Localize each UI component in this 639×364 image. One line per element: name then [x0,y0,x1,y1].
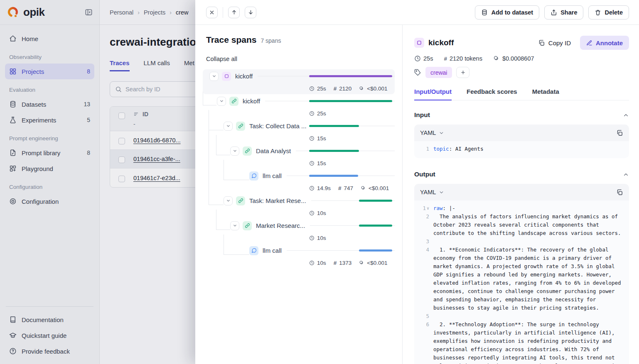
code-line: 4 1. **Economic Indicators**: The recove… [417,246,623,312]
share-button[interactable]: Share [544,5,583,20]
span-tree-row[interactable]: Market Researc...10s [203,219,395,244]
output-format-select[interactable]: YAML [420,189,444,195]
line-number: 5 [417,312,433,320]
span-metrics-row: 10s [309,232,395,244]
span-metrics-row: 10s#1373<$0.001 [309,257,395,269]
span-tree-row[interactable]: kickoff25s#2120<$0.001 [203,69,395,94]
link-icon [243,147,252,156]
tokens-value: 2120 tokens [450,55,482,62]
link-icon [236,122,245,131]
span-duration-bar [309,125,359,127]
span-duration-bar [359,200,392,202]
trace-panel: Add to datasetShareDelete Trace spans 7 … [195,0,639,364]
annotate-button[interactable]: Annotate [580,36,629,50]
toolbar-button-label: Delete [605,9,623,16]
span-duration: 14.9s [317,185,331,191]
hash-icon: # [444,56,447,62]
span-tree-row[interactable]: llm call14.9s#747<$0.001 [203,169,395,194]
output-code-card: YAML 1∨raw: |-2 The analysis of factors … [414,184,629,364]
span-tree-row[interactable]: kickoff25s [203,94,395,119]
trace-spans-pane: Trace spans 7 spans Collapse all kickoff… [195,25,402,364]
close-icon[interactable] [206,7,218,18]
span-expand-chevron-down-icon[interactable] [217,97,226,106]
span-expand-chevron-down-icon[interactable] [224,122,233,131]
chevron-down-icon [439,190,444,195]
copy-id-button[interactable]: Copy ID [538,39,571,46]
span-metrics-row: 14.9s#747<$0.001 [309,183,395,194]
copy-input-icon[interactable] [616,129,623,137]
hash-icon: # [334,86,337,92]
span-tree-row[interactable]: Task: Collect Data ...15s [203,119,395,144]
clock-icon [414,55,421,62]
coins-icon [361,186,366,191]
span-title: kickoff [428,38,454,47]
add-to-dataset-button[interactable]: Add to dataset [475,5,539,20]
span-metrics-row: 15s [309,133,395,144]
span-label: Data Analyst [256,147,291,154]
span-tags: crewai [414,67,629,78]
span-tokens: 1373 [339,260,351,266]
toolbar-button-label: Share [560,9,577,16]
span-duration: 10s [317,260,326,266]
span-label: kickoff [235,73,253,80]
span-tree-row[interactable]: Data Analyst15s [203,144,395,169]
collapse-all-button[interactable]: Collapse all [206,56,237,62]
chevron-up-icon [623,171,629,178]
chevron-down-icon [439,130,444,136]
tab-metadata[interactable]: Metadata [532,88,559,100]
span-expand-chevron-down-icon[interactable] [230,147,239,156]
tag-icon [414,69,421,76]
input-format-select[interactable]: YAML [420,129,444,136]
spans-count: 7 spans [261,37,281,44]
span-metrics: 25s # 2120 tokens $0.0008607 [414,55,629,62]
add-tag-button[interactable] [456,67,469,78]
line-number: 2 [417,213,433,237]
code-line: 6 2. **Technology Adoption**: The surge … [417,320,623,364]
clock-icon [309,136,315,141]
app-root: opik HomeObservabilityProjects8Evaluatio… [0,0,639,364]
span-metrics-row: 25s [309,108,395,119]
panel-header: Add to datasetShareDelete [195,0,639,25]
code-text: 2. **Technology Adoption**: The surge in… [433,320,623,364]
details-tabs: Input/OutputFeedback scoresMetadata [414,88,629,100]
code-text [433,312,623,320]
line-number: 3 [417,237,433,246]
span-expand-chevron-down-icon[interactable] [230,221,239,230]
tab-input-output[interactable]: Input/Output [414,88,452,100]
copy-output-icon[interactable] [616,189,623,196]
tab-feedback-scores[interactable]: Feedback scores [467,88,517,100]
span-expand-chevron-down-icon[interactable] [224,196,233,205]
delete-button[interactable]: Delete [588,5,629,20]
tag-pill[interactable]: crewai [425,67,452,78]
hash-icon: # [338,185,342,191]
span-label: Market Researc... [256,222,305,229]
span-tree-row[interactable]: llm call10s#1373<$0.001 [203,244,395,269]
prev-trace-arrow-up-icon[interactable] [228,7,240,18]
share-icon [551,9,557,16]
panel-body: Trace spans 7 spans Collapse all kickoff… [195,25,639,364]
line-number[interactable]: 1∨ [417,204,433,213]
span-expand-chevron-down-icon[interactable] [209,72,219,81]
cost-value: $0.0008607 [502,55,534,62]
line-number: 6 [417,320,433,364]
link-icon [243,221,252,230]
clock-icon [309,186,315,191]
span-label: Task: Collect Data ... [249,122,307,129]
span-cost: <$0.001 [367,260,387,266]
clock-icon [309,86,315,91]
span-duration-bar [309,75,392,77]
chevron-up-icon [623,112,629,118]
span-metrics-row: 10s [309,208,395,219]
span-tree-row[interactable]: Task: Market Rese...10s [203,194,395,219]
output-section-toggle[interactable]: Output [414,171,629,178]
next-trace-arrow-down-icon[interactable] [245,7,256,18]
fold-chevron-down-icon[interactable]: ∨ [427,204,429,213]
span-tokens: 747 [344,185,354,191]
chat-bubble-icon [249,246,258,255]
span-duration: 25s [317,110,326,117]
input-code: 1topic: AI Agents [414,141,629,158]
clock-icon [309,260,315,266]
span-label: kickoff [243,98,260,105]
duration-value: 25s [423,55,433,62]
input-section-toggle[interactable]: Input [414,111,629,119]
